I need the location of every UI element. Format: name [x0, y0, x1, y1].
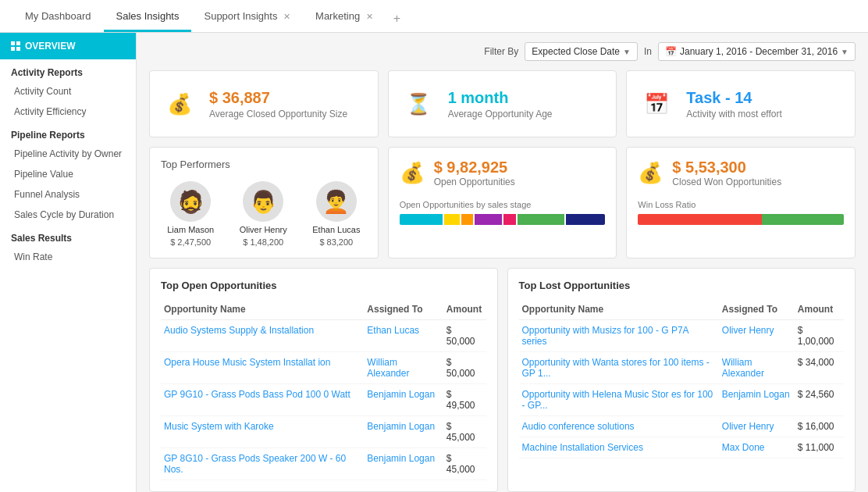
top-performers-card: Top Performers 🧔 Liam Mason $ 2,47,500 👨…: [149, 147, 379, 258]
assigned-cell[interactable]: Ethan Lucas: [364, 320, 443, 352]
sidebar-item-win-rate[interactable]: Win Rate: [0, 247, 136, 267]
sidebar-item-activity-count[interactable]: Activity Count: [0, 81, 136, 102]
grid-icon: [11, 41, 20, 51]
opp-name-cell[interactable]: Audio Systems Supply & Installation: [161, 320, 364, 352]
stage-segment: [461, 214, 473, 225]
tab-marketing[interactable]: Marketing ✕: [303, 2, 386, 32]
sidebar-section-pipeline-reports: Pipeline Reports: [0, 122, 136, 144]
tables-row: Top Open Opportunities Opportunity Name …: [149, 268, 856, 492]
opp-name-cell[interactable]: GP 9G10 - Grass Pods Bass Pod 100 0 Watt: [161, 384, 364, 416]
close-marketing-tab[interactable]: ✕: [366, 12, 373, 21]
win-loss-bar: [638, 214, 844, 225]
filter-field-select[interactable]: Expected Close Date ▼: [525, 42, 638, 61]
opp-name-cell[interactable]: Opportunity with Helena Music Stor es fo…: [519, 384, 719, 416]
assigned-cell[interactable]: Benjamin Logan: [364, 448, 443, 480]
performer-3: 🧑‍🦱 Ethan Lucas $ 83,200: [312, 181, 360, 247]
table-row: Opportunity with Helena Music Stor es fo…: [519, 384, 845, 416]
kpi-label-3: Activity with most effort: [686, 109, 781, 119]
filter-date-range[interactable]: 📅 January 1, 2016 - December 31, 2016 ▼: [658, 42, 856, 61]
close-support-tab[interactable]: ✕: [283, 12, 290, 21]
closed-won-value: $ 5,53,300: [672, 159, 781, 176]
amount-cell: $ 45,000: [443, 416, 486, 448]
open-opps-value: $ 9,82,925: [434, 159, 515, 176]
amount-cell: $ 24,560: [795, 384, 844, 416]
loss-segment: [638, 214, 761, 225]
top-open-title: Top Open Opportunities: [161, 280, 486, 291]
sidebar-item-pipeline-value[interactable]: Pipeline Value: [0, 164, 136, 184]
top-lost-title: Top Lost Opportunities: [519, 280, 845, 291]
kpi-value-3: Task - 14: [686, 89, 781, 107]
kpi-value-2: 1 month: [448, 89, 553, 107]
tab-sales-insights[interactable]: Sales Insights: [104, 2, 192, 32]
assigned-cell[interactable]: Max Done: [719, 437, 795, 458]
amount-cell: $ 34,000: [795, 352, 844, 384]
sidebar-item-activity-efficiency[interactable]: Activity Efficiency: [0, 102, 136, 122]
sidebar-overview[interactable]: OVERVIEW: [0, 33, 136, 59]
closed-won-label: Closed Won Opportunities: [672, 176, 781, 187]
col-opp-name-open: Opportunity Name: [161, 299, 364, 320]
kpi-avg-opp-age: ⏳ 1 month Average Opportunity Age: [388, 70, 617, 137]
opp-name-cell[interactable]: Opportunity with Musizs for 100 - G P7A …: [519, 320, 719, 352]
table-row: GP 9G10 - Grass Pods Bass Pod 100 0 Watt…: [161, 384, 486, 416]
tab-my-dashboard[interactable]: My Dashboard: [12, 2, 104, 32]
assigned-cell[interactable]: Oliver Henry: [719, 320, 795, 352]
avatar-1: 🧔: [170, 181, 211, 222]
opp-name-cell[interactable]: Music System with Karoke: [161, 416, 364, 448]
opp-name-cell[interactable]: Audio conference solutions: [519, 416, 719, 437]
win-loss-label: Win Loss Ratio: [638, 200, 844, 209]
open-opps-card: 💰 $ 9,82,925 Open Opportunities Open Opp…: [388, 147, 617, 258]
amount-cell: $ 1,00,000: [795, 320, 844, 352]
performer-2: 👨 Oliver Henry $ 1,48,200: [240, 181, 287, 247]
assigned-cell[interactable]: Benjamin Logan: [364, 384, 443, 416]
sidebar-section-sales-results: Sales Results: [0, 225, 136, 247]
sidebar-section-activity-reports: Activity Reports: [0, 59, 136, 81]
middle-row: Top Performers 🧔 Liam Mason $ 2,47,500 👨…: [149, 147, 856, 258]
table-row: Opera House Music System Installat ion W…: [161, 352, 486, 384]
performer-name-1: Liam Mason: [167, 225, 214, 234]
opp-name-cell[interactable]: Opportunity with Wanta stores for 100 it…: [519, 352, 719, 384]
tab-support-insights[interactable]: Support Insights ✕: [191, 2, 303, 32]
opp-name-cell[interactable]: GP 8G10 - Grass Pods Speaker 200 W - 60 …: [161, 448, 364, 480]
table-row: Audio Systems Supply & Installation Etha…: [161, 320, 486, 352]
table-row: Opportunity with Wanta stores for 100 it…: [519, 352, 845, 384]
filter-by-label: Filter By: [484, 46, 518, 57]
table-row: GP 8G10 - Grass Pods Speaker 200 W - 60 …: [161, 448, 486, 480]
performers-title: Top Performers: [161, 159, 367, 170]
performer-name-2: Oliver Henry: [240, 225, 287, 234]
performer-name-3: Ethan Lucas: [312, 225, 360, 234]
avatar-2: 👨: [243, 181, 283, 222]
col-amount-open: Amount: [443, 299, 486, 320]
assigned-cell[interactable]: Benjamin Logan: [364, 416, 443, 448]
assigned-cell[interactable]: William Alexander: [364, 352, 443, 384]
assigned-cell[interactable]: Oliver Henry: [719, 416, 795, 437]
stage-segment: [518, 214, 564, 225]
hourglass-icon: ⏳: [401, 87, 436, 121]
performer-amount-3: $ 83,200: [319, 237, 353, 247]
table-row: Opportunity with Musizs for 100 - G P7A …: [519, 320, 845, 352]
kpi-task-activity: 📅 Task - 14 Activity with most effort: [626, 70, 856, 137]
closed-won-card: 💰 $ 5,53,300 Closed Won Opportunities Wi…: [626, 147, 856, 258]
performers-list: 🧔 Liam Mason $ 2,47,500 👨 Oliver Henry $…: [161, 181, 367, 247]
stage-segment: [444, 214, 460, 225]
amount-cell: $ 49,500: [443, 384, 486, 416]
tabs-bar: My Dashboard Sales Insights Support Insi…: [0, 0, 868, 33]
table-row: Music System with Karoke Benjamin Logan …: [161, 416, 486, 448]
performer-amount-1: $ 2,47,500: [170, 237, 211, 247]
col-amount-lost: Amount: [795, 299, 844, 320]
open-opps-label: Open Opportunities: [434, 176, 515, 187]
assigned-cell[interactable]: William Alexander: [719, 352, 795, 384]
performer-amount-2: $ 1,48,200: [243, 237, 283, 247]
chevron-down-icon: ▼: [623, 48, 631, 56]
add-tab-button[interactable]: +: [386, 5, 408, 32]
sidebar-item-sales-cycle[interactable]: Sales Cycle by Duration: [0, 205, 136, 225]
calendar-icon: 📅: [665, 46, 677, 57]
opp-name-cell[interactable]: Opera House Music System Installat ion: [161, 352, 364, 384]
stage-segment: [566, 214, 605, 225]
top-open-opps-card: Top Open Opportunities Opportunity Name …: [149, 268, 498, 492]
sidebar-item-funnel-analysis[interactable]: Funnel Analysis: [0, 184, 136, 205]
assigned-cell[interactable]: Benjamin Logan: [719, 384, 795, 416]
opp-name-cell[interactable]: Machine Installation Services: [519, 437, 719, 458]
table-row: Audio conference solutions Oliver Henry …: [519, 416, 845, 437]
kpi-avg-closed-size: 💰 $ 36,887 Average Closed Opportunity Si…: [149, 70, 379, 137]
sidebar-item-pipeline-activity-owner[interactable]: Pipeline Activity by Owner: [0, 144, 136, 164]
